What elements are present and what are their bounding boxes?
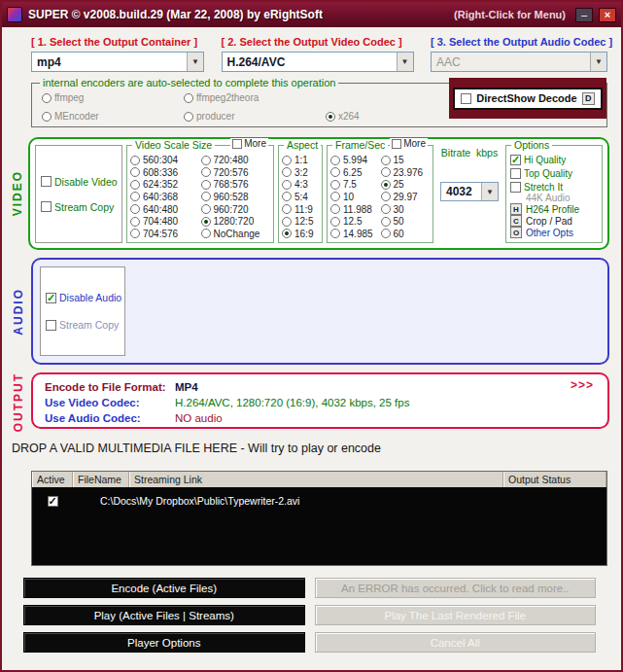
fps-option-14.985[interactable]: 14.985 (330, 229, 381, 239)
scale-option-960-720[interactable]: 960:720 (201, 204, 272, 215)
scale-option-640-480[interactable]: 640:480 (130, 204, 201, 215)
chevron-down-icon[interactable]: ▼ (590, 53, 606, 71)
output-video-codec-value: H.264/AVC, 1280:720 (16:9), 4032 kbps, 2… (175, 395, 409, 410)
error-button[interactable]: An ERROR has occurred. Click to read mor… (315, 578, 597, 598)
header-streaming-link[interactable]: Streaming Link (129, 472, 503, 487)
other-opts-key[interactable]: O (510, 227, 522, 238)
video-codec-select-value: H.264/AVC (223, 55, 397, 69)
aspect-option-1-1[interactable]: 1:1 (282, 155, 320, 165)
option-label: 768:576 (214, 179, 249, 190)
fps-option-60[interactable]: 60 (381, 229, 432, 239)
audio-codec-selector-label: [ 3. Select the Output Audio Codec ] (431, 36, 607, 48)
fps-option-11.988[interactable]: 11.988 (330, 204, 381, 215)
fps-option-12.5[interactable]: 12.5 (330, 216, 381, 227)
encoder-option-producer[interactable]: producer (184, 111, 326, 122)
fps-option-15[interactable]: 15 (381, 155, 432, 165)
fps-option-30[interactable]: 30 (381, 204, 432, 215)
fps-option-6.25[interactable]: 6.25 (330, 167, 381, 178)
scale-option-960-528[interactable]: 960:528 (201, 192, 272, 202)
output-video-codec-label: Use Video Codec: (45, 395, 175, 410)
scale-option-560-304[interactable]: 560:304 (130, 155, 201, 165)
bitrate-select[interactable]: 4032 ▼ (440, 182, 499, 201)
encode-button[interactable]: Encode (Active Files) (23, 578, 305, 598)
encoder-option-ffmpeg[interactable]: ffmpeg (42, 92, 184, 103)
scale-option-768-576[interactable]: 768:576 (201, 179, 272, 190)
radio-indicator (330, 204, 340, 214)
encoder-option-x264[interactable]: x264 (326, 111, 360, 122)
cancel-all-button[interactable]: Cancel All (315, 632, 597, 653)
aspect-option-3-2[interactable]: 3:2 (282, 167, 320, 178)
option-label: 5.994 (343, 155, 367, 165)
title-bar[interactable]: SUPER © v2008.build.29 (Mar 22, 2008) by… (2, 2, 621, 27)
close-button[interactable]: × (599, 8, 616, 22)
drop-zone[interactable]: DROP A VALID MULTIMEDIA FILE HERE - Will… (12, 442, 613, 455)
chevron-down-icon[interactable]: ▼ (397, 53, 413, 71)
fps-more-checkbox[interactable]: More (390, 138, 428, 149)
header-output-status[interactable]: Output Status (503, 472, 606, 487)
aspect-option-4-3[interactable]: 4:3 (282, 179, 320, 190)
scale-option-nochange[interactable]: NoChange (201, 229, 272, 239)
fps-option-50[interactable]: 50 (381, 216, 432, 227)
fps-option-7.5[interactable]: 7.5 (330, 179, 381, 190)
radio-indicator (330, 180, 340, 190)
header-filename[interactable]: FileName (73, 472, 129, 487)
scale-more-checkbox[interactable]: More (230, 138, 268, 149)
fps-option-23.976[interactable]: 23.976 (381, 167, 432, 178)
aspect-option-5-4[interactable]: 5:4 (282, 192, 320, 202)
other-opts-button[interactable]: O Other Opts (510, 227, 599, 238)
directshow-key[interactable]: D (582, 92, 595, 105)
quality-option-hi-quality[interactable]: Hi Quality (510, 155, 599, 165)
container-select[interactable]: mp4 ▼ (31, 52, 204, 72)
crop-pad-button[interactable]: C Crop / Pad (510, 215, 599, 227)
checkbox-indicator (392, 139, 401, 149)
option-label: 960:528 (214, 192, 249, 202)
encoder-option-mencoder[interactable]: MEncoder (42, 111, 184, 122)
quality-option-top-quality[interactable]: Top Quality (510, 168, 599, 179)
audio-codec-select[interactable]: AAC ▼ (431, 52, 607, 72)
scale-option-624-352[interactable]: 624:352 (130, 179, 201, 190)
encoder-option-ffmpeg2theora[interactable]: ffmpeg2theora (184, 92, 326, 103)
crop-pad-key[interactable]: C (510, 215, 522, 227)
scale-option-704-576[interactable]: 704:576 (130, 229, 201, 239)
disable-video-checkbox[interactable]: Disable Video (41, 176, 121, 188)
scale-option-640-368[interactable]: 640:368 (130, 192, 201, 202)
video-codec-select[interactable]: H.264/AVC ▼ (222, 52, 414, 72)
scale-option-720-480[interactable]: 720:480 (201, 155, 272, 165)
radio-indicator (201, 204, 211, 214)
option-label: Hi Quality (524, 155, 566, 165)
aspect-option-12-5[interactable]: 12:5 (282, 216, 320, 227)
h264-profile-key[interactable]: H (510, 203, 522, 215)
encoders-panel: internal encoders are auto-selected to c… (31, 83, 607, 127)
file-active-checkbox[interactable] (48, 496, 58, 507)
fps-option-25[interactable]: 25 (381, 179, 432, 190)
radio-indicator (381, 204, 391, 214)
output-more-arrow[interactable]: >>> (571, 378, 594, 392)
scale-option-1280-720[interactable]: 1280:720 (201, 216, 272, 227)
radio-indicator (130, 180, 140, 190)
chevron-down-icon[interactable]: ▼ (481, 183, 498, 200)
fps-option-10[interactable]: 10 (330, 192, 381, 202)
scale-option-720-576[interactable]: 720:576 (201, 167, 272, 178)
scale-option-704-480[interactable]: 704:480 (130, 216, 201, 227)
file-list[interactable]: C:\Docs\My Dropbox\Public\Typewriter-2.a… (32, 487, 606, 565)
quality-option-stretch-it[interactable]: Stretch It (510, 182, 599, 193)
play-last-button[interactable]: Play The Last Rendered File (315, 605, 597, 625)
video-stream-copy-checkbox[interactable]: Stream Copy (41, 201, 121, 213)
fps-option-29.97[interactable]: 29.97 (381, 192, 432, 202)
option-label: MEncoder (54, 111, 99, 122)
h264-profile-button[interactable]: H H264 Profile (510, 203, 599, 215)
minimize-button[interactable]: – (575, 8, 593, 22)
fps-option-5.994[interactable]: 5.994 (330, 155, 381, 165)
aspect-option-16-9[interactable]: 16:9 (282, 229, 320, 239)
chevron-down-icon[interactable]: ▼ (187, 53, 203, 71)
player-options-button[interactable]: Player Options (23, 632, 305, 653)
header-active[interactable]: Active (32, 472, 73, 487)
disable-audio-checkbox[interactable]: Disable Audio (46, 292, 124, 303)
audio-stream-copy-checkbox[interactable]: Stream Copy (46, 319, 124, 331)
aspect-option-11-9[interactable]: 11:9 (282, 204, 320, 215)
file-row[interactable]: C:\Docs\My Dropbox\Public\Typewriter-2.a… (32, 492, 606, 510)
play-button[interactable]: Play (Active Files | Streams) (23, 605, 305, 625)
directshow-decode-button[interactable]: DirectShow Decode D (453, 88, 602, 110)
scale-option-608-336[interactable]: 608:336 (130, 167, 201, 178)
output-format-value: MP4 (175, 379, 198, 395)
